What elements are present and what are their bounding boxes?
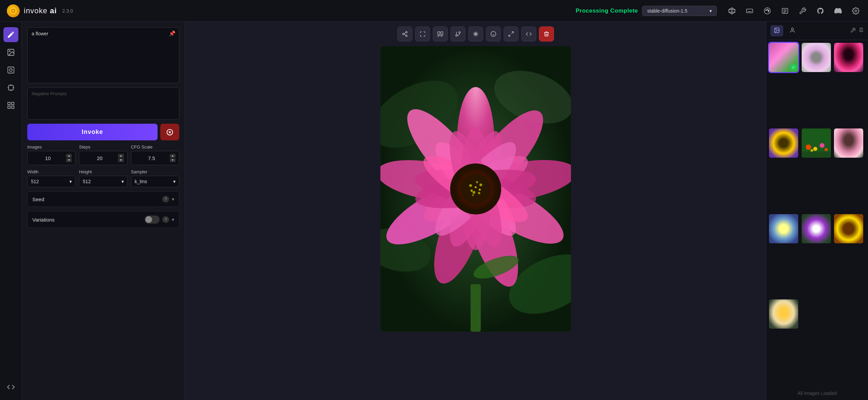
variations-section[interactable]: Variations ? ▾	[27, 211, 179, 228]
gallery-thumb-10[interactable]	[769, 299, 798, 329]
cfg-input-wrap: 7.5 ▲ ▼	[131, 151, 179, 165]
sampler-select-wrap[interactable]: k_lmsk_eulerk_euler_addim ▾	[131, 176, 179, 187]
svg-point-22	[855, 10, 857, 12]
cfg-down[interactable]: ▼	[170, 158, 176, 162]
svg-point-26	[10, 69, 12, 71]
steps-input[interactable]: 20	[83, 155, 116, 161]
model-selector[interactable]: stable-diffusion-1.5 stable-diffusion-2.…	[642, 6, 717, 16]
emoji-button[interactable]	[486, 27, 501, 41]
cfg-input[interactable]: 7.5	[135, 155, 168, 161]
share-button[interactable]	[397, 27, 412, 41]
gallery-thumb-2[interactable]	[802, 43, 831, 72]
cfg-up[interactable]: ▲	[170, 154, 176, 158]
github-icon[interactable]	[815, 5, 826, 16]
gallery-tab-user[interactable]	[786, 25, 799, 36]
invoke-button[interactable]: Invoke	[27, 124, 158, 140]
svg-point-51	[491, 32, 496, 37]
height-select[interactable]: 5127681024	[83, 179, 121, 184]
images-up[interactable]: ▲	[66, 154, 72, 158]
gallery-thumb-5[interactable]	[802, 128, 831, 158]
height-label: Height	[79, 169, 127, 174]
sampler-label: Sampler	[131, 169, 179, 174]
discord-icon[interactable]	[833, 5, 844, 16]
palette-icon[interactable]	[762, 5, 773, 16]
svg-point-81	[460, 174, 491, 204]
branch-button[interactable]	[451, 27, 465, 41]
negative-prompt-box	[27, 87, 179, 120]
svg-point-94	[775, 29, 776, 30]
height-select-wrap[interactable]: 5127681024 ▾	[79, 176, 127, 187]
delete-button[interactable]	[539, 27, 554, 41]
svg-point-82	[469, 184, 472, 187]
quote-button[interactable]	[433, 27, 448, 41]
sidebar-item-gallery[interactable]	[3, 98, 18, 113]
steps-down[interactable]: ▼	[118, 158, 124, 162]
cfg-spinners: ▲ ▼	[170, 154, 176, 162]
images-input[interactable]: 10	[31, 155, 65, 161]
positive-prompt-input[interactable]: a flower	[32, 31, 175, 79]
cube-icon[interactable]	[726, 5, 737, 16]
svg-rect-34	[8, 106, 10, 108]
gallery-thumb-8[interactable]	[802, 214, 831, 243]
images-spinners: ▲ ▼	[66, 154, 72, 162]
tools-icon[interactable]	[797, 5, 808, 16]
gallery-thumb-3[interactable]	[834, 43, 863, 72]
gallery-wrench-icon[interactable]	[850, 28, 856, 34]
right-gallery: ✓	[766, 22, 868, 400]
seed-section[interactable]: Seed ? ▾	[27, 191, 179, 207]
gallery-pin-icon[interactable]	[858, 28, 864, 34]
settings-icon[interactable]	[850, 5, 861, 16]
svg-rect-33	[12, 102, 14, 105]
svg-rect-32	[8, 102, 10, 105]
sampler-select[interactable]: k_lmsk_eulerk_euler_addim	[135, 179, 173, 184]
asterisk-button[interactable]	[468, 27, 483, 41]
variations-help-icon[interactable]: ?	[162, 216, 169, 223]
steps-spinners: ▲ ▼	[118, 154, 124, 162]
main-layout: 📌 a flower Invoke Images 10	[0, 22, 868, 400]
svg-rect-91	[471, 284, 481, 332]
left-panel: 📌 a flower Invoke Images 10	[22, 22, 185, 400]
gallery-thumb-4[interactable]	[769, 128, 798, 158]
code-button[interactable]	[521, 27, 536, 41]
sidebar-item-outpaint[interactable]	[3, 80, 18, 95]
positive-prompt-box: 📌 a flower	[27, 27, 179, 83]
gallery-tab-images[interactable]	[770, 25, 783, 36]
keyboard-icon[interactable]	[744, 5, 755, 16]
model-select[interactable]: stable-diffusion-1.5 stable-diffusion-2.…	[647, 8, 707, 14]
svg-point-45	[459, 32, 460, 33]
svg-rect-7	[747, 9, 753, 13]
svg-point-15	[767, 9, 768, 10]
svg-line-55	[509, 35, 510, 36]
sidebar-item-code[interactable]	[3, 380, 18, 395]
steps-param: Steps 20 ▲ ▼	[79, 144, 127, 165]
images-input-wrap: 10 ▲ ▼	[27, 151, 76, 165]
svg-point-86	[475, 186, 477, 188]
seed-help-icon[interactable]: ?	[162, 196, 169, 203]
svg-point-87	[470, 190, 473, 192]
height-chevron-icon: ▾	[121, 179, 124, 184]
gallery-thumb-9[interactable]	[834, 214, 863, 243]
width-select-wrap[interactable]: 5127681024 ▾	[27, 176, 76, 187]
images-down[interactable]: ▼	[66, 158, 72, 162]
negative-prompt-input[interactable]	[32, 91, 175, 115]
sidebar-item-img2img[interactable]	[3, 45, 18, 60]
gallery-thumb-1[interactable]: ✓	[769, 43, 798, 72]
text-icon[interactable]	[780, 5, 790, 16]
variations-chevron-icon: ▾	[172, 217, 174, 222]
width-group: Width 5127681024 ▾	[27, 169, 76, 187]
variations-toggle[interactable]	[145, 215, 160, 224]
width-select[interactable]: 5127681024	[31, 179, 69, 184]
width-label: Width	[27, 169, 76, 174]
cancel-button[interactable]	[160, 124, 179, 140]
gallery-thumb-7[interactable]	[769, 214, 798, 243]
fullscreen-button[interactable]	[504, 27, 519, 41]
gallery-thumb-6[interactable]	[834, 128, 863, 158]
expand-button[interactable]	[415, 27, 430, 41]
steps-up[interactable]: ▲	[118, 154, 124, 158]
sidebar-item-inpaint[interactable]	[3, 63, 18, 77]
sidebar-item-txt2img[interactable]	[3, 27, 18, 42]
pin-icon[interactable]: 📌	[169, 30, 176, 37]
svg-point-39	[406, 32, 407, 33]
app-name: invoke ai	[24, 6, 57, 15]
sampler-chevron-icon: ▾	[173, 179, 176, 184]
